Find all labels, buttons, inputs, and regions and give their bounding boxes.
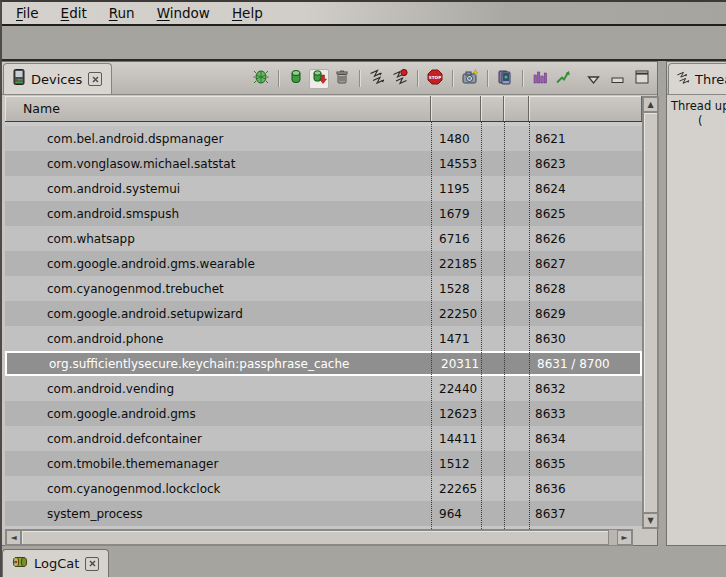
table-row[interactable]: com.android.phone14718630 [5,326,642,351]
device-screens-icon [497,69,513,89]
table-row[interactable]: com.google.android.gms126238633 [5,401,642,426]
client-pid: 1679 [439,207,470,221]
client-pid: 1528 [439,282,470,296]
start-method-profiling-button[interactable] [390,69,410,89]
threads-message-line2: ( [698,114,703,128]
heap-cylinder-icon [288,69,304,89]
toolbar-separator [487,70,488,87]
systrace-bars-icon [532,69,548,89]
client-name: com.android.vending [47,382,174,396]
update-threads-button[interactable] [367,69,387,89]
table-row[interactable]: com.android.vending224408632 [5,376,642,401]
tab-devices-label: Devices [31,72,82,87]
column-header-threads[interactable] [504,96,529,121]
cause-gc-button[interactable] [332,69,352,89]
table-row-selected[interactable]: org.sufficientlysecure.keychain:passphra… [5,351,642,376]
device-table-body: com.bel.android.dspmanager14808621com.vo… [5,126,642,526]
scroll-left-button[interactable]: ◄ [6,530,21,545]
client-name: com.whatsapp [47,232,135,246]
capture-systrace-button[interactable] [530,69,550,89]
table-row[interactable]: com.android.systemui11958624 [5,176,642,201]
table-row[interactable]: com.tmobile.thememanager15128635 [5,451,642,476]
horizontal-scroll-thumb[interactable] [21,530,609,545]
device-client-table: Name com.bel.android.dspmanager14808621c… [5,96,642,529]
client-name: org.sufficientlysecure.keychain:passphra… [49,357,349,371]
table-row[interactable]: com.android.smspush16798625 [5,201,642,226]
client-name: com.android.phone [47,332,163,346]
client-port: 8632 [535,382,566,396]
menu-bar: FileEditRunWindowHelp [0,1,726,26]
column-divider [481,122,482,529]
table-row[interactable]: com.cyanogenmod.lockclock222658636 [5,476,642,501]
client-pid: 6716 [439,232,470,246]
stop-sign-icon: STOP [427,69,443,89]
horizontal-scrollbar[interactable]: ◄ ► [5,529,633,546]
vertical-scroll-thumb[interactable] [643,112,658,513]
client-name: com.bel.android.dspmanager [47,132,223,146]
tab-threads[interactable]: Threa [668,63,726,94]
column-divider [504,122,505,529]
scroll-down-button[interactable]: ▼ [643,513,658,528]
tab-logcat-label: LogCat [34,556,79,571]
menu-edit[interactable]: Edit [53,3,95,23]
start-opengl-trace-button[interactable] [553,69,573,89]
table-row[interactable]: com.vonglasow.michael.satstat145538623 [5,151,642,176]
table-row[interactable]: com.google.android.gms.wearable221858627 [5,251,642,276]
close-icon[interactable] [85,557,99,571]
table-body: com.bel.android.dspmanager14808621com.vo… [5,122,642,529]
screen-capture-button[interactable] [495,69,515,89]
vertical-scrollbar[interactable]: ▲ ▼ [642,96,659,529]
table-row[interactable]: system_process9648637 [5,501,642,526]
tab-logcat[interactable]: LogCat [2,549,109,577]
phone-icon [13,69,25,89]
table-header: Name [5,96,642,122]
client-port: 8626 [535,232,566,246]
column-header-name[interactable]: Name [5,96,431,121]
table-row[interactable]: com.android.defcontainer144118634 [5,426,642,451]
dump-hprof-button[interactable] [309,69,329,89]
camera-icon [462,69,478,89]
threads-message-area: Thread up ( [667,96,726,545]
client-port: 8635 [535,457,566,471]
scroll-right-button[interactable]: ► [617,530,632,545]
client-pid: 1195 [439,182,470,196]
table-row[interactable]: com.cyanogenmod.trebuchet15288628 [5,276,642,301]
client-name: system_process [47,507,143,521]
trash-icon [334,69,350,89]
client-name: com.android.smspush [47,207,179,221]
client-port: 8624 [535,182,566,196]
view-menu-button[interactable] [587,69,600,88]
maximize-icon [635,69,649,88]
table-row[interactable]: com.whatsapp67168626 [5,226,642,251]
menu-run[interactable]: Run [101,3,143,23]
scroll-up-button[interactable]: ▲ [643,97,658,112]
menu-window[interactable]: Window [149,3,218,23]
threads-message-line1: Thread up [671,99,726,113]
client-name: com.vonglasow.michael.satstat [47,157,235,171]
column-header-heap[interactable] [481,96,504,121]
screenshot-button[interactable] [460,69,480,89]
client-port: 8627 [535,257,566,271]
maximize-button[interactable] [635,69,649,88]
menu-help[interactable]: Help [224,3,271,23]
client-name: com.google.android.setupwizard [47,307,243,321]
minimize-button[interactable] [611,69,624,88]
menu-file[interactable]: File [8,3,47,23]
debug-process-button[interactable] [251,69,271,89]
debug-bug-icon [253,69,269,89]
client-pid: 22265 [439,482,477,496]
client-name: com.tmobile.thememanager [47,457,218,471]
tab-devices[interactable]: Devices [3,63,112,94]
column-header-pid[interactable] [431,96,481,121]
update-heap-button[interactable] [286,69,306,89]
client-pid: 12623 [439,407,477,421]
column-header-port[interactable] [529,96,642,121]
devices-tabstrip: Devices [2,62,657,95]
threads-view: Threa Thread up ( [666,61,726,546]
client-pid: 22185 [439,257,477,271]
chevron-down-icon [587,69,600,88]
stop-process-button[interactable]: STOP [425,69,445,89]
table-row[interactable]: com.bel.android.dspmanager14808621 [5,126,642,151]
table-row[interactable]: com.google.android.setupwizard222508629 [5,301,642,326]
close-icon[interactable] [88,72,102,86]
